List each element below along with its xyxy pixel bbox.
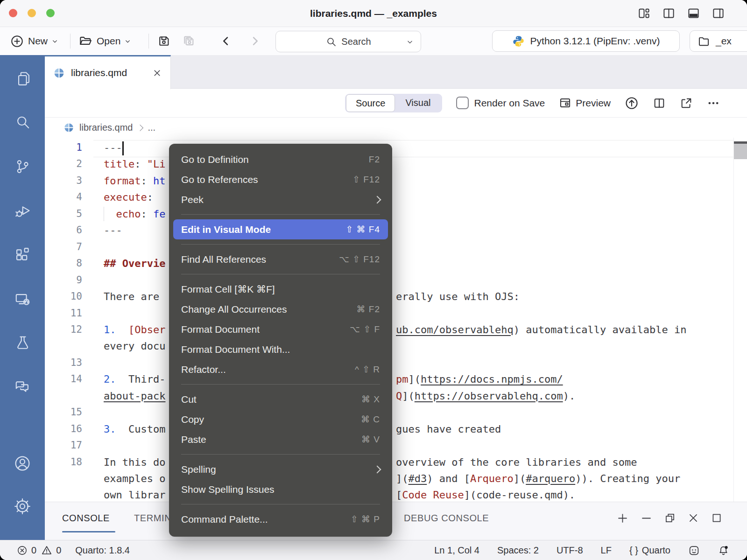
scrollbar-thumb[interactable] (734, 141, 747, 159)
quarto-version[interactable]: Quarto: 1.8.4 (75, 545, 130, 556)
line-number: 1 (45, 140, 82, 156)
search-sidebar-icon[interactable] (14, 114, 31, 131)
run-debug-icon[interactable] (14, 203, 31, 220)
code-line: 13 (45, 355, 747, 371)
menu-item-refactor[interactable]: Refactor...^ ⇧ R (169, 359, 392, 379)
menu-item-peek[interactable]: Peek (169, 189, 392, 210)
menu-item-spelling[interactable]: Spelling (169, 459, 392, 479)
preview-icon (559, 97, 571, 109)
encoding[interactable]: UTF-8 (557, 545, 583, 556)
source-control-icon[interactable] (14, 158, 31, 175)
menu-item-paste[interactable]: Paste⌘ V (169, 429, 392, 449)
explorer-icon[interactable] (14, 70, 31, 87)
new-button-label: New (28, 35, 48, 47)
menu-item-format-cell[interactable]: Format Cell [⌘K ⌘F] (169, 279, 392, 299)
panel-tab-debug-console[interactable]: DEBUG CONSOLE (404, 502, 489, 534)
open-in-new-window-icon[interactable] (680, 97, 693, 110)
open-button-label: Open (97, 35, 120, 47)
customize-layout-icon[interactable] (638, 7, 650, 20)
code-line: 8## Overvie (45, 255, 747, 272)
split-editor-layout-icon[interactable] (662, 7, 675, 20)
code-editor[interactable]: 1---2title: "Li3format: ht4execute:5 ech… (45, 138, 747, 502)
notifications-bell-icon[interactable] (718, 545, 729, 556)
search-placeholder: Search (341, 36, 371, 47)
quarto-file-icon (53, 67, 65, 79)
restore-panel-icon[interactable] (664, 512, 676, 524)
new-button[interactable]: New (10, 27, 58, 55)
menu-item-find-all-references[interactable]: Find All References⌥ ⇧ F12 (169, 249, 392, 269)
source-visual-toggle: Source Visual (345, 94, 442, 112)
more-actions-icon[interactable] (707, 97, 720, 110)
menu-item-change-all-occurrences[interactable]: Change All Occurrences⌘ F2 (169, 299, 392, 319)
toggle-secondary-sidebar-icon[interactable] (712, 7, 725, 20)
save-button[interactable] (157, 27, 171, 55)
open-button[interactable]: Open (78, 27, 131, 55)
breadcrumb-collapsed[interactable]: ... (148, 122, 155, 133)
menu-separator (181, 504, 380, 504)
interpreter-selector[interactable]: Python 3.12.1 (PipEnv: .venv) (492, 30, 680, 52)
workspace-selector[interactable]: _ex (690, 30, 747, 52)
braces-icon: { } (629, 545, 638, 556)
menu-item-cut[interactable]: Cut⌘ X (169, 389, 392, 409)
feedback-smiley-icon[interactable] (688, 545, 700, 556)
problems-warnings[interactable]: 0 (41, 545, 61, 556)
line-number: 12 (45, 322, 82, 338)
code-area: 1---2title: "Li3format: ht4execute:5 ech… (45, 138, 747, 502)
line-number: 13 (45, 355, 82, 371)
menu-item-format-document-with[interactable]: Format Document With... (169, 339, 392, 359)
account-icon[interactable] (14, 455, 32, 473)
menu-item-show-spelling-issues[interactable]: Show Spelling Issues (169, 479, 392, 499)
line-number: 5 (45, 206, 82, 222)
panel-tab-console[interactable]: CONSOLE (62, 502, 110, 534)
visual-mode-button[interactable]: Visual (395, 98, 441, 108)
navigate-back-button[interactable] (219, 27, 233, 55)
cursor-position[interactable]: Ln 1, Col 4 (434, 545, 479, 556)
problems-errors[interactable]: 0 (17, 545, 36, 556)
line-number: 7 (45, 239, 82, 255)
menu-item-command-palette[interactable]: Command Palette...⇧ ⌘ P (169, 509, 392, 529)
preview-label: Preview (576, 98, 611, 109)
code-line: 10There are erally use with OJS: (45, 288, 747, 305)
eol-sequence[interactable]: LF (601, 545, 612, 556)
new-console-plus-icon[interactable] (616, 512, 629, 525)
search-dropdown-chevron-icon[interactable] (407, 39, 413, 45)
minimize-panel-icon[interactable] (640, 512, 653, 525)
menu-item-edit-in-visual-mode[interactable]: Edit in Visual Mode⇧ ⌘ F4 (173, 219, 388, 239)
scrollbar-track[interactable] (733, 138, 747, 502)
code-line: 15 (45, 404, 747, 421)
source-mode-button[interactable]: Source (346, 94, 395, 112)
maximize-panel-icon[interactable] (711, 512, 723, 524)
breadcrumb-file[interactable]: libraries.qmd (79, 122, 133, 133)
render-on-save-checkbox[interactable] (456, 97, 469, 109)
navigate-forward-button[interactable] (248, 27, 261, 55)
remote-explorer-icon[interactable] (14, 291, 31, 308)
chevron-down-icon (125, 38, 131, 44)
settings-gear-icon[interactable] (14, 497, 32, 516)
menu-item-go-to-references[interactable]: Go to References⇧ F12 (169, 169, 392, 189)
indentation[interactable]: Spaces: 2 (497, 545, 539, 556)
quarto-file-icon (63, 122, 74, 133)
text-cursor (122, 141, 124, 155)
search-input[interactable]: Search (275, 31, 421, 52)
python-logo-icon (512, 35, 525, 48)
tab-libraries-qmd[interactable]: libraries.qmd (45, 55, 171, 89)
save-all-button[interactable] (181, 27, 196, 55)
publish-icon[interactable] (625, 96, 639, 110)
close-panel-icon[interactable] (687, 512, 699, 524)
menu-item-go-to-definition[interactable]: Go to DefinitionF2 (169, 149, 392, 169)
testing-icon[interactable] (14, 335, 31, 352)
toggle-panel-icon[interactable] (687, 7, 700, 20)
menu-item-copy[interactable]: Copy⌘ C (169, 409, 392, 429)
menu-item-format-document[interactable]: Format Document⌥ ⇧ F (169, 319, 392, 339)
preview-button[interactable]: Preview (559, 97, 611, 109)
editor-context-menu: Go to DefinitionF2 Go to References⇧ F12… (169, 144, 392, 537)
submenu-chevron-icon (374, 465, 381, 473)
bottom-panel-bar: CONSOLE TERMINAL DEBUG CONSOLE (45, 502, 747, 540)
split-editor-icon[interactable] (653, 97, 666, 110)
close-tab-icon[interactable] (152, 68, 162, 78)
code-line: 1--- (45, 140, 747, 156)
overview-ruler-cursor-marker (734, 141, 747, 144)
comments-icon[interactable] (14, 378, 31, 395)
language-mode[interactable]: { } Quarto (629, 545, 670, 556)
extensions-icon[interactable] (14, 246, 31, 264)
